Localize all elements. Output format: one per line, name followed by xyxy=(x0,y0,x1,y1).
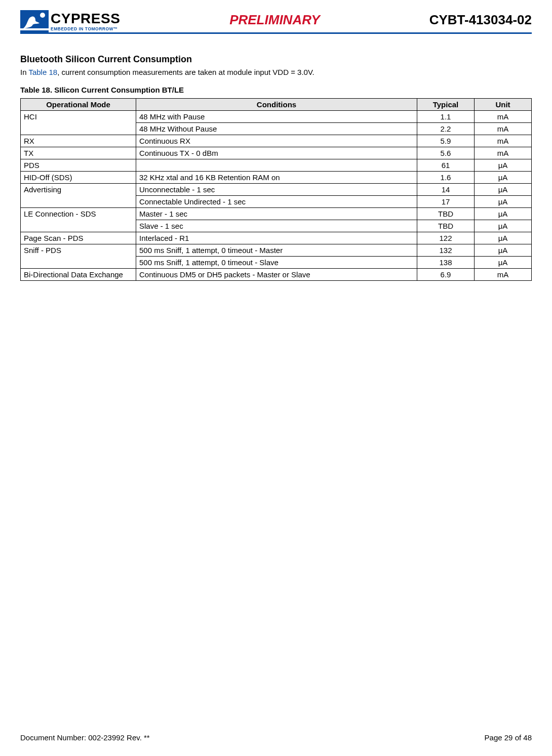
cell-typical: TBD xyxy=(417,208,475,220)
cell-conditions: 500 ms Sniff, 1 attempt, 0 timeout - Sla… xyxy=(136,257,417,269)
cell-conditions: Unconnectable - 1 sec xyxy=(136,184,417,196)
cell-typical: 1.6 xyxy=(417,172,475,184)
table-row: PDS61μA xyxy=(21,159,532,172)
svg-rect-2 xyxy=(20,28,49,30)
logo-sub-text: EMBEDDED IN TOMORROW™ xyxy=(51,27,120,31)
company-logo: CYPRESS EMBEDDED IN TOMORROW™ xyxy=(20,10,120,32)
cell-unit: mA xyxy=(475,111,532,123)
cell-conditions: Continuous TX - 0 dBm xyxy=(136,147,417,159)
cell-unit: μA xyxy=(475,159,532,172)
document-number: Document Number: 002-23992 Rev. ** xyxy=(20,733,150,742)
page-header: CYPRESS EMBEDDED IN TOMORROW™ PRELIMINAR… xyxy=(20,10,532,34)
cell-unit: mA xyxy=(475,147,532,159)
cell-unit: mA xyxy=(475,123,532,135)
cell-conditions: 48 MHz with Pause xyxy=(136,111,417,123)
cypress-tree-icon xyxy=(20,10,49,32)
table-row: Bi-Directional Data ExchangeContinuous D… xyxy=(21,269,532,281)
cell-mode: Sniff - PDS xyxy=(21,244,136,269)
svg-point-1 xyxy=(40,13,45,18)
col-header-typical: Typical xyxy=(417,99,475,111)
cell-mode: Bi-Directional Data Exchange xyxy=(21,269,136,281)
col-header-conditions: Conditions xyxy=(136,99,417,111)
logo-text: CYPRESS EMBEDDED IN TOMORROW™ xyxy=(51,12,120,31)
cell-conditions: 48 MHz Without Pause xyxy=(136,123,417,135)
cell-mode: LE Connection - SDS xyxy=(21,208,136,232)
table-row: RXContinuous RX5.9mA xyxy=(21,135,532,147)
intro-prefix: In xyxy=(20,68,28,76)
col-header-unit: Unit xyxy=(475,99,532,111)
cell-mode: Advertising xyxy=(21,184,136,208)
cell-typical: 61 xyxy=(417,159,475,172)
cell-unit: mA xyxy=(475,269,532,281)
cell-conditions: Slave - 1 sec xyxy=(136,220,417,232)
cell-unit: μA xyxy=(475,244,532,257)
table-row: LE Connection - SDSMaster - 1 secTBDμA xyxy=(21,208,532,220)
cell-typical: 132 xyxy=(417,244,475,257)
cell-conditions xyxy=(136,159,417,172)
table-row: Sniff - PDS500 ms Sniff, 1 attempt, 0 ti… xyxy=(21,244,532,257)
cell-mode: Page Scan - PDS xyxy=(21,232,136,244)
cell-typical: 122 xyxy=(417,232,475,244)
table-body: HCI48 MHz with Pause1.1mA48 MHz Without … xyxy=(21,111,532,281)
page-footer: Document Number: 002-23992 Rev. ** Page … xyxy=(20,733,532,742)
cell-unit: μA xyxy=(475,232,532,244)
cell-conditions: Connectable Undirected - 1 sec xyxy=(136,196,417,208)
document-code: CYBT-413034-02 xyxy=(429,12,532,28)
cell-conditions: Master - 1 sec xyxy=(136,208,417,220)
cell-typical: 5.6 xyxy=(417,147,475,159)
cell-conditions: Interlaced - R1 xyxy=(136,232,417,244)
cell-typical: 138 xyxy=(417,257,475,269)
table-header-row: Operational Mode Conditions Typical Unit xyxy=(21,99,532,111)
cell-mode: HID-Off (SDS) xyxy=(21,172,136,184)
table-row: HCI48 MHz with Pause1.1mA xyxy=(21,111,532,123)
cell-typical: 2.2 xyxy=(417,123,475,135)
cell-conditions: Continuous RX xyxy=(136,135,417,147)
header-left: CYPRESS EMBEDDED IN TOMORROW™ xyxy=(20,10,120,32)
cell-unit: μA xyxy=(475,220,532,232)
section-intro: In Table 18, current consumption measure… xyxy=(20,68,532,76)
cell-typical: TBD xyxy=(417,220,475,232)
col-header-mode: Operational Mode xyxy=(21,99,136,111)
table-caption: Table 18. SIlicon Current Consumption BT… xyxy=(20,86,532,94)
cell-conditions: 32 KHz xtal and 16 KB Retention RAM on xyxy=(136,172,417,184)
cell-typical: 1.1 xyxy=(417,111,475,123)
cell-mode: HCI xyxy=(21,111,136,135)
cell-unit: μA xyxy=(475,257,532,269)
cell-mode: TX xyxy=(21,147,136,159)
table-row: AdvertisingUnconnectable - 1 sec14μA xyxy=(21,184,532,196)
cell-typical: 5.9 xyxy=(417,135,475,147)
cell-typical: 14 xyxy=(417,184,475,196)
section-title: Bluetooth Silicon Current Consumption xyxy=(20,54,532,65)
cell-unit: mA xyxy=(475,135,532,147)
cell-unit: μA xyxy=(475,208,532,220)
page-number: Page 29 of 48 xyxy=(485,733,532,742)
cell-conditions: 500 ms Sniff, 1 attempt, 0 timeout - Mas… xyxy=(136,244,417,257)
current-consumption-table: Operational Mode Conditions Typical Unit… xyxy=(20,98,532,281)
cell-mode: PDS xyxy=(21,159,136,172)
table-row: Page Scan - PDSInterlaced - R1122μA xyxy=(21,232,532,244)
cell-typical: 17 xyxy=(417,196,475,208)
table-18-link[interactable]: Table 18 xyxy=(28,68,57,76)
cell-mode: RX xyxy=(21,135,136,147)
cell-unit: μA xyxy=(475,196,532,208)
table-row: HID-Off (SDS)32 KHz xtal and 16 KB Reten… xyxy=(21,172,532,184)
page: CYPRESS EMBEDDED IN TOMORROW™ PRELIMINAR… xyxy=(0,0,552,756)
cell-unit: μA xyxy=(475,184,532,196)
cell-conditions: Continuous DM5 or DH5 packets - Master o… xyxy=(136,269,417,281)
table-row: TXContinuous TX - 0 dBm5.6mA xyxy=(21,147,532,159)
intro-suffix: , current consumption measurements are t… xyxy=(57,68,314,76)
cell-typical: 6.9 xyxy=(417,269,475,281)
logo-main-text: CYPRESS xyxy=(51,12,120,26)
cell-unit: μA xyxy=(475,172,532,184)
preliminary-watermark: PRELIMINARY xyxy=(229,12,320,28)
